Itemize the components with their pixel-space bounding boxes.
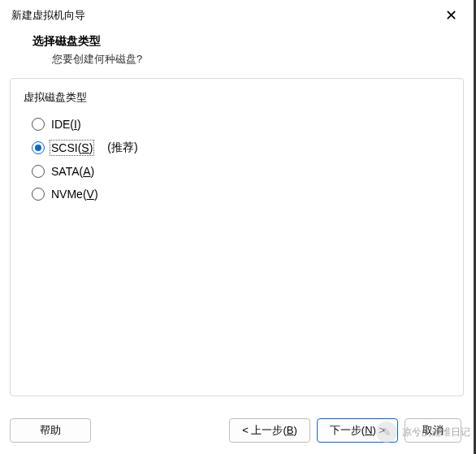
cancel-button[interactable]: 取消	[405, 418, 461, 443]
radio-scsi[interactable]: SCSI(S) (推荐)	[24, 136, 450, 160]
radio-hint: (推荐)	[107, 141, 137, 155]
radio-label: NVMe(V)	[51, 188, 98, 201]
radio-icon	[32, 165, 45, 178]
next-button[interactable]: 下一步(N) >	[317, 418, 398, 443]
radio-nvme[interactable]: NVMe(V)	[24, 183, 450, 205]
radio-ide[interactable]: IDE(I)	[24, 113, 450, 136]
back-button[interactable]: < 上一步(B)	[229, 418, 310, 443]
radio-label: IDE(I)	[51, 118, 81, 131]
wizard-header: 选择磁盘类型 您要创建何种磁盘?	[0, 29, 474, 78]
titlebar: 新建虚拟机向导 ✕	[0, 0, 474, 29]
wizard-footer: 帮助 < 上一步(B) 下一步(N) > 取消	[0, 410, 471, 454]
radio-icon	[32, 118, 45, 131]
radio-label: SCSI(S)	[51, 141, 93, 154]
radio-icon	[32, 141, 45, 154]
page-subtitle: 您要创建何种磁盘?	[13, 52, 461, 67]
help-button[interactable]: 帮助	[10, 418, 91, 443]
radio-sata[interactable]: SATA(A)	[24, 160, 450, 183]
content-panel: 虚拟磁盘类型 IDE(I) SCSI(S) (推荐) SATA(A) NVMe(…	[10, 78, 464, 396]
radio-label: SATA(A)	[51, 165, 94, 178]
group-label: 虚拟磁盘类型	[24, 90, 450, 105]
page-title: 选择磁盘类型	[13, 34, 461, 49]
window-title: 新建虚拟机向导	[11, 8, 85, 23]
radio-icon	[32, 188, 45, 201]
close-icon[interactable]: ✕	[440, 6, 462, 24]
